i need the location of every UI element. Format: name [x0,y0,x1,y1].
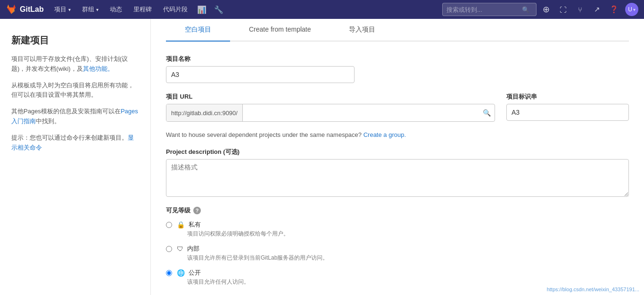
nav-snippets[interactable]: 代码片段 [158,0,192,19]
project-url-group: 项目 URL http://gitlab.didi.cn:9090/ 🔍 [166,93,495,122]
lock-icon: 🔒 [177,221,185,228]
create-group-link[interactable]: Create a group. [363,131,406,138]
main-content: 空白项目 Create from template 导入项目 项目名称 项目 U… [151,19,644,295]
page-title: 新建项目 [11,34,139,47]
visibility-internal-radio[interactable] [166,246,172,252]
project-slug-input[interactable] [506,104,629,121]
project-name-group: 项目名称 [166,55,355,83]
visibility-private-radio[interactable] [166,222,172,228]
pages-guide-link[interactable]: 入门指南 [11,118,36,125]
tab-create-from-template[interactable]: Create from template [230,19,330,42]
visibility-section: 可见等级 ? 🔒 私有 项目访问权限必须明确授权给每个用户。 [166,206,629,286]
project-name-input[interactable] [166,66,355,83]
project-url-input[interactable] [243,104,479,121]
nav-wrench-icon[interactable]: 🔧 [211,2,226,17]
visibility-options: 🔒 私有 项目访问权限必须明确授权给每个用户。 🛡 内部 该项目允 [166,220,629,286]
nav-projects[interactable]: 项目 ▾ [50,0,75,19]
public-desc: 该项目允许任何人访问。 [187,278,249,286]
nav-compress-icon[interactable]: ⛶ [555,2,570,17]
internal-desc: 该项目允许所有已登录到当前GitLab服务器的用户访问。 [187,254,328,262]
sidebar-desc-1: 项目可以用于存放文件(仓库)、安排计划(议题)，并发布文档(wiki)，及其他功… [11,54,139,74]
pages-link[interactable]: Pages [121,108,138,115]
url-search-icon: 🔍 [479,109,495,117]
project-slug-label: 项目标识串 [506,93,629,101]
nav-external-icon[interactable]: ↗ [589,2,604,17]
tab-bar: 空白项目 Create from template 导入项目 [166,19,629,42]
page-wrapper: 新建项目 项目可以用于存放文件(仓库)、安排计划(议题)，并发布文档(wiki)… [0,19,644,295]
watermark: https://blog.csdn.net/weixin_43357191... [547,287,639,292]
private-desc: 项目访问权限必须明确授权给每个用户。 [187,230,289,238]
project-slug-group: 项目标识串 [506,93,629,122]
globe-icon: 🌐 [177,269,185,277]
groups-caret: ▾ [96,7,99,12]
project-name-label: 项目名称 [166,55,355,63]
topnav: GitLab 项目 ▾ 群组 ▾ 动态 里程碑 代码片段 📊 🔧 🔍 ⊕ ⛶ ⑂… [0,0,644,19]
nav-groups[interactable]: 群组 ▾ [77,0,103,19]
visibility-label: 可见等级 ? [166,206,629,215]
sidebar-desc-3: 其他Pages模板的信息及安装指南可以在Pages 入门指南中找到。 [11,107,139,126]
gitlab-label: GitLab [20,5,44,14]
sidebar-desc-2: 从模板或导入时为空白项目将启用所有功能，但可以在项目设置中将其禁用。 [11,81,139,101]
visibility-help-icon[interactable]: ? [193,207,201,214]
url-input-wrap: http://gitlab.didi.cn:9090/ 🔍 [166,104,495,122]
description-label: Project description (可选) [166,148,629,156]
show-commands-link[interactable]: 显示相关命令 [11,134,134,151]
search-icon: 🔍 [522,6,529,13]
url-prefix: http://gitlab.didi.cn:9090/ [166,104,243,121]
url-slug-row: 项目 URL http://gitlab.didi.cn:9090/ 🔍 项目标… [166,93,629,122]
description-input[interactable] [166,159,629,197]
left-sidebar: 新建项目 项目可以用于存放文件(仓库)、安排计划(议题)，并发布文档(wiki)… [0,19,151,295]
visibility-private: 🔒 私有 项目访问权限必须明确授权给每个用户。 [166,220,629,238]
nav-help-icon[interactable]: ❓ [606,2,621,17]
gitlab-logo[interactable]: GitLab [6,4,44,15]
projects-caret: ▾ [68,7,71,12]
tab-import-project[interactable]: 导入项目 [330,19,394,42]
nav-fork-icon[interactable]: ⑂ [572,2,587,17]
sidebar-tip: 提示：您也可以通过命令行来创建新项目。显示相关命令 [11,133,139,153]
shield-icon: 🛡 [177,245,183,253]
search-bar[interactable]: 🔍 [442,3,537,16]
nav-milestones[interactable]: 里程碑 [129,0,157,19]
visibility-internal: 🛡 内部 该项目允许所有已登录到当前GitLab服务器的用户访问。 [166,244,629,262]
nav-plus-icon[interactable]: ⊕ [538,2,553,17]
other-features-link[interactable]: 其他功能。 [83,65,114,72]
visibility-public: 🌐 公开 该项目允许任何人访问。 [166,269,629,286]
tab-blank-project[interactable]: 空白项目 [166,19,230,42]
namespace-hint: Want to house several dependent projects… [166,131,629,138]
visibility-public-radio[interactable] [166,270,172,276]
description-group: Project description (可选) [166,148,629,197]
project-url-label: 项目 URL [166,93,495,101]
nav-user-avatar[interactable]: U ▾ [625,3,638,16]
search-input[interactable] [446,6,522,13]
nav-chart-icon[interactable]: 📊 [194,2,209,17]
nav-activity[interactable]: 动态 [105,0,127,19]
